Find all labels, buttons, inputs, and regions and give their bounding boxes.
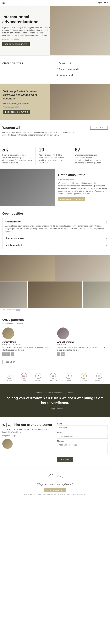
position-item-criminal[interactable]: Criminal lawyer ∧ Answer: Lorem ipsum do…: [6, 218, 108, 235]
partner-card-1: Jeffrey Bruin CREATIEVE LEIDER Sample te…: [2, 328, 53, 356]
stat-desc-2: Meerdere locaties. Wij hebben advocatenk…: [38, 154, 69, 164]
facebook-icon-1[interactable]: f: [2, 352, 6, 356]
dark-quote-section: Sample text. Click to select the Text El…: [0, 384, 110, 417]
chevron-down-icon-commercial: ∨: [106, 237, 108, 240]
dark-quote-cite: — Django Matthers: [5, 408, 105, 410]
positions-list: Criminal lawyer ∧ Answer: Lorem ipsum do…: [6, 218, 108, 249]
message-label: Message: [57, 440, 108, 442]
icon-grid-item-2[interactable]: 📖 LIBRARY: [21, 373, 27, 381]
practice-section: Oefenruimtes 1. Familierecht 2. Onroeren…: [0, 56, 110, 84]
partner-name-2: Anna Richmond: [57, 340, 108, 343]
name-input[interactable]: [57, 425, 108, 430]
hero-attribution: Afbeelding van: ▓▓▓▓▓: [2, 38, 51, 40]
gallery-item-5: [83, 282, 110, 308]
partner-avatar-2: [57, 328, 69, 339]
icon-label-4: CAREERS: [49, 380, 57, 381]
stats-section: 5k Partners, advocaten, juridisch assist…: [0, 142, 110, 169]
email-label: Email: [57, 432, 108, 434]
free-consult-image: [0, 169, 55, 206]
final-cta-button[interactable]: NEEM CONTACT OP: [44, 488, 66, 492]
gallery-item-2: [55, 254, 110, 281]
partner-card-2: Anna Richmond MANAGER Sample text. Click…: [57, 328, 108, 356]
linkedin-icon-1[interactable]: in: [11, 352, 14, 356]
icon-label-2: LIBRARY: [21, 380, 27, 381]
hero-title: Internationaal advocatenkantoor: [2, 14, 51, 24]
check-icon: ✔: [35, 373, 41, 379]
twitter-icon-1[interactable]: t: [7, 352, 10, 356]
quote-left: "Mijn topprioriteit is om uw vertrouwen …: [0, 84, 49, 120]
partner-socials-1: f t in: [2, 352, 53, 356]
position-item-commercial[interactable]: Commercial lawyer ∨: [6, 235, 108, 242]
library-icon: 📖: [21, 373, 27, 379]
hero-image: [49, 6, 110, 55]
icon-grid-item-5[interactable]: ✦ COMPANY: [65, 373, 72, 381]
contact-description: Sample text. Click to select the Text El…: [2, 428, 53, 433]
email-input[interactable]: [57, 434, 108, 439]
partner-avatar-1: [2, 328, 14, 339]
free-consult-button[interactable]: BOEK EEN CONSULTATIE: [58, 197, 85, 202]
partners-subtitle: Afbeeldingen door Freepik: [2, 322, 108, 324]
stat-number-3: 67: [75, 147, 105, 153]
partner-role-1: CREATIEVE LEIDER: [2, 344, 53, 345]
partners-read-more-button[interactable]: LEES MEER: [2, 360, 17, 364]
icon-grid-item-7[interactable]: ⊞ RECENTER: [95, 373, 104, 381]
icon-grid-item-1[interactable]: ◎ SCHAAL: [6, 373, 13, 381]
partners-title: Onze partners: [2, 318, 108, 322]
quote-cta-button[interactable]: BOEK EEN CONSULTATIE: [3, 110, 30, 114]
stat-item-2: 10 Meerdere locaties. Wij hebben advocat…: [35, 147, 72, 164]
icon-grid-item-4[interactable]: ⚖ CAREERS: [49, 373, 57, 381]
quote-image: [49, 84, 110, 120]
position-title-criminal: Criminal lawyer: [6, 220, 21, 223]
icon-grid-item-3[interactable]: ✔ LEGING: [35, 373, 41, 381]
open-positions-section: Open posities Criminal lawyer ∧ Answer: …: [0, 206, 110, 254]
dark-quote-text: belang van vertrouwen en zullen we doen …: [5, 396, 105, 405]
icon-label-6: ENERGY: [81, 380, 87, 381]
gallery-item-4: [28, 282, 82, 308]
partner-socials-2: f in: [57, 352, 108, 356]
submit-button[interactable]: INDIENEN: [57, 457, 73, 462]
practice-item-3: 3. Immigratierecht: [57, 73, 108, 77]
linkedin-icon-2[interactable]: in: [61, 352, 65, 356]
grid-icon: ⊞: [96, 373, 102, 379]
stat-item-1: 5k Partners, advocaten, juridisch assist…: [2, 147, 35, 164]
quote-attribution: Afbeelding van: ▓▓▓▓: [3, 106, 47, 108]
message-input[interactable]: [57, 442, 108, 454]
signature-text: [46, 472, 64, 482]
icon-grid-item-6[interactable]: ⚡ ENERGY: [81, 373, 87, 381]
signature-section: "Uitgesteld recht is ontzegd recht." NEE…: [0, 468, 110, 498]
quote-cite-name: JACK PASCUAL, DIRECTEUR: [3, 103, 47, 105]
positions-divider: [2, 218, 3, 249]
scales-icon: ⚖: [50, 373, 56, 379]
hero-section: Internationaal advocatenkantoor Wij krij…: [0, 6, 110, 55]
hero-cta-button[interactable]: BOEK EEN CONSULTATIE: [2, 42, 30, 46]
name-label: Name: [57, 423, 108, 425]
partners-section: Onze partners Afbeeldingen door Freepik …: [0, 312, 110, 370]
icon-label-5: COMPANY: [65, 380, 72, 381]
gallery-attribution: Afbeeldingen van: ▓▓▓▓: [0, 308, 110, 312]
hero-description: Wij krijgen uw uitdagingen. Wij schrijve…: [2, 26, 51, 37]
facebook-icon-2[interactable]: f: [57, 352, 61, 356]
dark-sample-text: Sample text. Click to select the Text El…: [5, 392, 105, 394]
stat-number-1: 5k: [2, 147, 32, 153]
position-item-articling[interactable]: Articling student ∨: [6, 242, 108, 249]
chevron-up-icon: ∧: [106, 220, 108, 223]
icon-label-7: RECENTER: [95, 380, 104, 381]
gallery-item-3: [0, 282, 27, 308]
practice-title: Oefenruimtes: [2, 61, 53, 65]
icon-grid-section: ◎ SCHAAL 📖 LIBRARY ✔ LEGING ⚖ CAREERS ✦ …: [0, 370, 110, 384]
partner-role-2: MANAGER: [57, 344, 108, 345]
why-us-read-more-button[interactable]: LEES VERDER: [90, 126, 108, 130]
why-us-right: LEES VERDER: [90, 126, 108, 130]
hamburger-icon[interactable]: ☰: [2, 1, 5, 4]
why-us-section: Waarom wij Onze advocaten brengen meer d…: [0, 120, 110, 142]
why-us-description: Onze advocaten brengen meer dan 188 jaar…: [2, 131, 87, 136]
why-us-title: Waarom wij: [2, 126, 87, 130]
free-consult-section: Gratis consultatie Afbeelding van: ▓▓▓▓ …: [0, 169, 110, 206]
position-desc-criminal: Answer: Lorem ipsum dolor sit amet, cons…: [6, 225, 108, 232]
stat-number-2: 10: [38, 147, 69, 153]
stat-desc-1: Partners, advocaten, juridisch assistent…: [2, 154, 32, 164]
chevron-down-icon-articling: ∨: [106, 244, 108, 246]
contact-section: Wij zijn hier om te ondersteunen Sample …: [0, 417, 110, 468]
position-title-articling: Articling student: [6, 244, 22, 246]
energy-icon: ⚡: [81, 373, 87, 379]
